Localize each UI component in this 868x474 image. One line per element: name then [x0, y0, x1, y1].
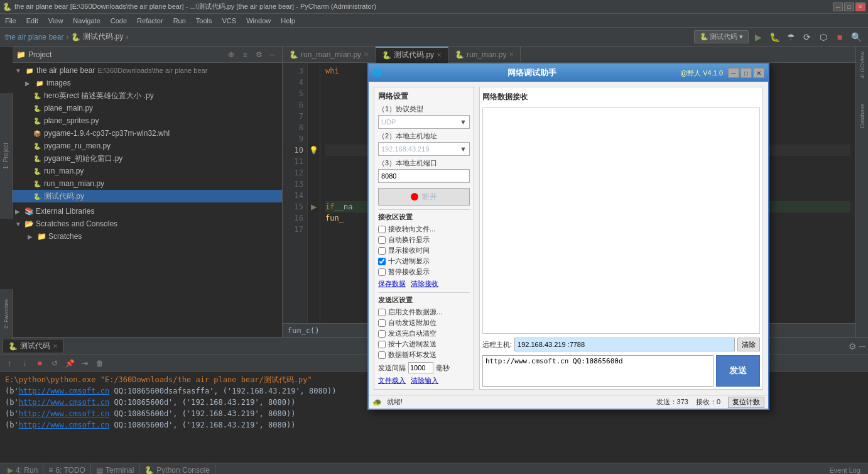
tree-run-man-mian[interactable]: 🐍 run_man_mian.py: [13, 177, 282, 190]
run-wrap-icon[interactable]: ⇥: [78, 356, 92, 370]
project-sync-icon[interactable]: ⊕: [225, 49, 237, 60]
cb-time[interactable]: [378, 247, 386, 255]
structure-sidebar[interactable]: 1: Project: [0, 93, 13, 219]
tab-run[interactable]: ▶ 4: Run: [3, 463, 43, 475]
tree-pygame-whl[interactable]: 📦 pygame-1.9.4-cp37-cp37m-win32.whl: [13, 127, 282, 140]
menu-vcs[interactable]: VCS: [220, 16, 239, 26]
tree-run-man[interactable]: 🐍 run_man.py: [13, 165, 282, 177]
run-button[interactable]: ▶: [751, 30, 765, 44]
menu-run[interactable]: Run: [171, 16, 188, 26]
tab-terminal[interactable]: ▤ Terminal: [91, 463, 139, 475]
dialog-close-btn[interactable]: ✕: [753, 68, 764, 78]
run-pin-icon[interactable]: 📌: [63, 356, 77, 370]
file-load-link[interactable]: 文件载入: [378, 376, 406, 385]
menu-navigate[interactable]: Navigate: [70, 16, 102, 26]
clear-send-link[interactable]: 清除输入: [411, 376, 438, 385]
project-minimize-icon[interactable]: ─: [267, 49, 278, 60]
cb-hex-send[interactable]: [378, 341, 386, 348]
event-log-label[interactable]: Event Log: [824, 466, 865, 474]
stop-button[interactable]: ■: [833, 30, 847, 44]
run-tab-close[interactable]: ✕: [53, 343, 58, 350]
count-reset-btn[interactable]: 复位计数: [728, 397, 764, 408]
save-data-link[interactable]: 保存数据: [378, 279, 406, 289]
connect-button[interactable]: 断开: [378, 188, 470, 206]
maximize-button[interactable]: □: [844, 3, 854, 11]
debug-button[interactable]: 🐛: [768, 30, 781, 44]
run-settings-icon[interactable]: ⚙: [849, 341, 857, 351]
tree-scratches-consoles[interactable]: ▼ 📂 Scratches and Consoles: [13, 218, 282, 230]
protocol-dropdown[interactable]: UDP ▼: [378, 115, 470, 129]
close-button[interactable]: ✕: [855, 3, 865, 11]
menu-help[interactable]: Help: [278, 16, 298, 26]
run-line-icon[interactable]: ▶: [311, 202, 317, 211]
console-link-4[interactable]: http://www.cmsoft.cn: [19, 421, 110, 429]
menu-window[interactable]: Window: [244, 16, 273, 26]
clear-receive-link[interactable]: 清除接收: [411, 279, 438, 289]
tree-hero[interactable]: 🐍 hero英rect 描述英雄位置大小 .py: [13, 89, 282, 102]
menu-edit[interactable]: Edit: [24, 16, 41, 26]
lightbulb-icon[interactable]: 💡: [309, 146, 318, 155]
tree-pygame-init[interactable]: 🐍 pygame_初始化窗口.py: [13, 152, 282, 165]
run-close-icon[interactable]: ─: [859, 341, 865, 351]
send-button[interactable]: 发送: [716, 355, 760, 387]
cb-file-src[interactable]: [378, 309, 386, 316]
tree-plane-sprites[interactable]: 🐍 plane_sprites.py: [13, 114, 282, 127]
cb-file[interactable]: [378, 226, 386, 233]
cb-auto-newline[interactable]: [378, 319, 386, 327]
test-code-tab-close[interactable]: ✕: [437, 52, 442, 58]
gcview-sidebar[interactable]: 4: GCView Database: [855, 47, 868, 337]
profile-button[interactable]: ⟳: [800, 30, 814, 44]
dialog-minimize-btn[interactable]: ─: [728, 68, 739, 78]
project-collapse-icon[interactable]: ≡: [239, 49, 251, 60]
console-link-3[interactable]: http://www.cmsoft.cn: [19, 409, 110, 418]
run-restart-icon[interactable]: ↺: [48, 356, 62, 370]
cb-auto-clear[interactable]: [378, 330, 386, 338]
tree-external-libs[interactable]: ▶ 📚 External Libraries: [13, 205, 282, 218]
run-up-icon[interactable]: ↑: [3, 356, 16, 370]
tree-root[interactable]: ▼ 📁 the air plane bear E:\360Downloads\t…: [13, 64, 282, 77]
coverage-button[interactable]: ☂: [784, 30, 798, 44]
local-port-input[interactable]: [378, 169, 470, 183]
cb-loop-send[interactable]: [378, 351, 386, 359]
tab-run-man[interactable]: 🐍 run_man.py ✕: [448, 47, 521, 63]
run-tree-icon[interactable]: 🗑: [93, 356, 107, 370]
menu-code[interactable]: Code: [108, 16, 129, 26]
favorites-sidebar[interactable]: 2: Favorites: [0, 289, 13, 339]
breadcrumb-project[interactable]: the air plane bear: [5, 33, 63, 41]
menu-refactor[interactable]: Refactor: [134, 16, 166, 26]
tab-python-console[interactable]: 🐍 Python Console: [139, 463, 215, 475]
tab-todo[interactable]: ≡ 6: TODO: [43, 463, 91, 475]
search-everywhere-button[interactable]: 🔍: [849, 30, 863, 44]
run-man-tab-close[interactable]: ✕: [509, 51, 514, 58]
run-stop-icon[interactable]: ■: [33, 356, 46, 370]
run-down-icon[interactable]: ↓: [18, 356, 31, 370]
project-settings-icon[interactable]: ⚙: [253, 49, 264, 60]
dialog-titlebar[interactable]: 🌐 网络调试助手 @野人 V4.1.0 ─ □ ✕: [369, 64, 768, 82]
send-interval-input[interactable]: [408, 362, 433, 373]
run-config-dropdown[interactable]: 🐍 测试代码 ▾: [694, 30, 749, 43]
tree-pygame-rumen[interactable]: 🐍 pygame_ru_men.py: [13, 140, 282, 152]
breadcrumb-file[interactable]: 测试代码.py: [83, 31, 123, 42]
tab-run-man-mian[interactable]: 🐍 run_man_mian.py ✕: [283, 47, 376, 63]
console-link-2[interactable]: http://www.cmsoft.cn: [19, 398, 110, 407]
tree-plane-main[interactable]: 🐍 plane_main.py: [13, 102, 282, 114]
send-text-input[interactable]: http://www.cmsoft.cn QQ:10865600d: [482, 355, 713, 387]
tree-test-code[interactable]: 🐍 测试代码.py: [13, 190, 282, 202]
menu-view[interactable]: View: [46, 16, 66, 26]
local-host-dropdown[interactable]: 192.168.43.219 ▼: [378, 142, 470, 156]
cb-newline[interactable]: [378, 236, 386, 244]
tab-test-code[interactable]: 🐍 测试代码.py ✕: [376, 47, 448, 63]
minimize-button[interactable]: ─: [833, 3, 843, 11]
menu-file[interactable]: File: [3, 16, 19, 26]
concurrency-button[interactable]: ⬡: [816, 30, 830, 44]
remote-host-input[interactable]: [514, 338, 735, 351]
tree-images[interactable]: ▶ 📁 images: [13, 77, 282, 89]
console-link-1[interactable]: http://www.cmsoft.cn: [19, 387, 110, 395]
menu-tools[interactable]: Tools: [193, 16, 215, 26]
run-man-mian-tab-close[interactable]: ✕: [364, 51, 369, 58]
dialog-maximize-btn[interactable]: □: [741, 68, 752, 78]
cb-pause[interactable]: [378, 268, 386, 276]
cb-hex[interactable]: [378, 258, 386, 265]
remote-host-clear-btn[interactable]: 清除: [737, 338, 760, 351]
tree-scratches[interactable]: ▶ 📁 Scratches: [13, 230, 282, 243]
